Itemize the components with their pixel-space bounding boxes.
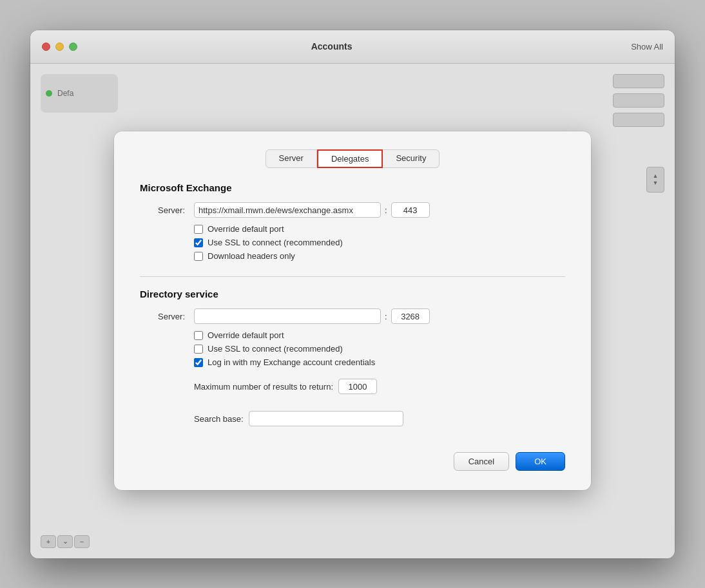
ds-login-checkbox[interactable] bbox=[194, 358, 203, 367]
tab-bar: Server Delegates Security bbox=[140, 149, 565, 168]
ds-ssl-checkbox[interactable] bbox=[194, 345, 203, 354]
ms-headers-label[interactable]: Download headers only bbox=[208, 251, 295, 261]
search-base-input[interactable] bbox=[249, 411, 403, 426]
search-base-label: Search base: bbox=[194, 414, 244, 424]
ms-ssl-checkbox[interactable] bbox=[194, 238, 203, 247]
search-base-row: Search base: bbox=[194, 411, 565, 426]
ms-exchange-title: Microsoft Exchange bbox=[140, 182, 565, 193]
ms-override-port-label[interactable]: Override default port bbox=[208, 224, 284, 234]
ms-headers-row: Download headers only bbox=[194, 251, 565, 261]
ds-override-port-checkbox[interactable] bbox=[194, 331, 203, 340]
tab-security[interactable]: Security bbox=[383, 149, 439, 168]
title-bar: Accounts Show All bbox=[30, 30, 675, 64]
ds-server-input[interactable] bbox=[194, 308, 381, 324]
ms-server-input-group: : bbox=[194, 202, 430, 218]
dialog-overlay: Server Delegates Security Microsoft Exch… bbox=[30, 64, 675, 558]
ds-ssl-label[interactable]: Use SSL to connect (recommended) bbox=[208, 344, 343, 354]
max-results-label: Maximum number of results to return: bbox=[194, 382, 333, 392]
cancel-button[interactable]: Cancel bbox=[454, 452, 509, 471]
spacer2 bbox=[140, 404, 565, 411]
window-title: Accounts bbox=[32, 41, 631, 52]
ds-colon: : bbox=[385, 312, 387, 321]
ms-ssl-row: Use SSL to connect (recommended) bbox=[194, 238, 565, 247]
button-bar: Cancel OK bbox=[140, 452, 565, 471]
ds-server-row: Server: : bbox=[140, 308, 565, 324]
ds-override-port-row: Override default port bbox=[194, 330, 565, 340]
directory-service-title: Directory service bbox=[140, 289, 565, 299]
ds-server-label: Server: bbox=[140, 312, 185, 321]
show-all-button[interactable]: Show All bbox=[631, 42, 663, 52]
spacer bbox=[140, 371, 565, 379]
ms-server-label: Server: bbox=[140, 205, 185, 215]
dialog: Server Delegates Security Microsoft Exch… bbox=[114, 131, 591, 490]
ms-colon: : bbox=[385, 205, 387, 215]
ds-login-label[interactable]: Log in with my Exchange account credenti… bbox=[208, 357, 375, 367]
ds-server-input-group: : bbox=[194, 308, 430, 324]
ms-headers-checkbox[interactable] bbox=[194, 252, 203, 261]
ds-port-input[interactable] bbox=[391, 308, 430, 324]
max-results-input[interactable] bbox=[338, 379, 377, 394]
window-content: Defa ▲ ▼ + ⌄ − bbox=[30, 64, 675, 558]
ok-button[interactable]: OK bbox=[516, 452, 565, 471]
ms-port-input[interactable] bbox=[391, 202, 430, 218]
ds-override-port-label[interactable]: Override default port bbox=[208, 330, 284, 340]
tab-server[interactable]: Server bbox=[266, 149, 317, 168]
ds-ssl-row: Use SSL to connect (recommended) bbox=[194, 344, 565, 354]
ms-ssl-label[interactable]: Use SSL to connect (recommended) bbox=[208, 238, 343, 247]
tab-delegates[interactable]: Delegates bbox=[317, 149, 383, 168]
main-window: Accounts Show All Defa ▲ ▼ + bbox=[30, 30, 675, 558]
ms-override-port-row: Override default port bbox=[194, 224, 565, 234]
ms-server-input[interactable] bbox=[194, 202, 381, 218]
ms-override-port-checkbox[interactable] bbox=[194, 225, 203, 234]
max-results-row: Maximum number of results to return: bbox=[194, 379, 565, 394]
ds-login-row: Log in with my Exchange account credenti… bbox=[194, 357, 565, 367]
ms-server-row: Server: : bbox=[140, 202, 565, 218]
section-divider bbox=[140, 276, 565, 277]
